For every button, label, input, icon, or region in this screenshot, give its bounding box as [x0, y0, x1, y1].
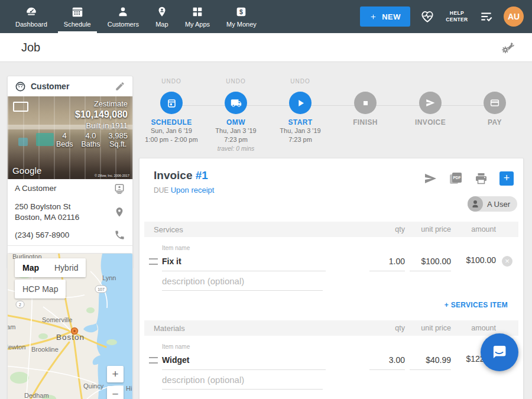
description-field[interactable]: description (optional) [162, 275, 323, 291]
finish-step-button[interactable] [354, 92, 377, 114]
due-value[interactable]: Upon receipt [171, 186, 215, 194]
nav-item-my-money[interactable]: $ My Money [218, 0, 265, 33]
description-field[interactable]: description (optional) [162, 374, 323, 390]
nav-item-map[interactable]: Map [147, 0, 177, 33]
qty-field[interactable]: 1.00 [369, 257, 405, 271]
timeline-step-start: UNDO START Thu, Jan 3 '19 7:23 pm [268, 78, 333, 144]
step-label[interactable]: PAY [462, 118, 527, 126]
pdf-icon[interactable]: PDF [449, 171, 463, 186]
step-label[interactable]: FINISH [333, 118, 398, 126]
map-button-hcp[interactable]: HCP Map [15, 280, 66, 299]
zestimate-value: $10,149,080 [56, 109, 128, 120]
customer-face-icon [15, 81, 26, 92]
schedule-step-button[interactable] [160, 92, 183, 114]
drag-handle[interactable] [144, 357, 162, 364]
pay-step-button[interactable] [484, 92, 506, 114]
customer-phone-row: (234) 567-8900 [8, 226, 132, 244]
nav-item-my-apps[interactable]: My Apps [177, 0, 218, 33]
timeline-step-finish: FINISH [333, 78, 398, 126]
add-services-item-link[interactable]: + SERVICES ITEM [445, 301, 508, 309]
nav-label: Dashboard [15, 21, 47, 28]
invoice-header: Invoice #1 DUE Upon receipt PDF + A User [140, 158, 523, 217]
image-frame-icon[interactable] [13, 102, 28, 112]
page-title-bar: Job [0, 33, 532, 62]
send-invoice-icon[interactable] [423, 171, 437, 186]
zillow-copyright: © Zillow, Inc. 2006-2017 [95, 174, 129, 177]
map-label-dedham: Dedham [24, 392, 49, 399]
timeline-step-schedule: UNDO SCHEDULE Sun, Jan 6 '19 1:00 pm - 2… [139, 78, 204, 144]
credit-card-icon [489, 98, 500, 108]
send-icon [425, 98, 436, 108]
service-line-item: Fix it 1.00 $100.00 $100.00 × [144, 251, 518, 271]
undo-button[interactable]: UNDO [139, 78, 204, 86]
unit-price-column-header: unit price [410, 324, 451, 332]
map-card: 93 107 2 Burlington Lynn Somerville ham … [7, 253, 133, 399]
step-label[interactable]: START [268, 118, 333, 126]
invoice-step-button[interactable] [419, 92, 442, 114]
new-button-label: NEW [382, 12, 401, 21]
nav-right: NEW HELP CENTER AU [360, 0, 532, 33]
route-shield-107: 107 [95, 286, 107, 293]
job-tools-icon[interactable] [500, 40, 515, 55]
schedule-icon [71, 5, 84, 18]
map-label-waltham: ham [8, 323, 15, 330]
qty-field[interactable]: 3.00 [369, 355, 405, 370]
truck-icon [231, 98, 242, 109]
nav-label: My Money [226, 21, 257, 28]
nav-item-schedule[interactable]: Schedule [56, 0, 99, 33]
map-button-hybrid[interactable]: Hybrid [47, 258, 86, 277]
new-button[interactable]: NEW [360, 7, 410, 27]
google-map[interactable]: 93 107 2 Burlington Lynn Somerville ham … [8, 254, 132, 399]
invoice-card: Invoice #1 DUE Upon receipt PDF + A User… [139, 158, 524, 399]
unit-price-field[interactable]: $100.00 [410, 257, 451, 271]
customer-phone: (234) 567-8900 [15, 230, 114, 241]
undo-button[interactable]: UNDO [268, 78, 333, 86]
start-step-button[interactable] [289, 92, 312, 114]
step-label[interactable]: INVOICE [398, 118, 463, 126]
nav-item-dashboard[interactable]: Dashboard [7, 0, 56, 33]
delete-item-button[interactable]: × [502, 256, 512, 267]
dashboard-icon [25, 5, 38, 18]
customer-card: Customer Zestimate $10,149,080 Built in … [7, 76, 133, 268]
item-name-field[interactable]: Fix it [162, 257, 326, 271]
step-date: Thu, Jan 3 '19 [268, 126, 333, 135]
photo-storefront-accent2 [18, 138, 28, 146]
map-label-lynn: Lynn [102, 274, 116, 281]
add-invoice-item-button[interactable]: + [499, 171, 514, 186]
calendar-icon [166, 98, 177, 109]
item-name-field[interactable]: Widget [162, 355, 326, 370]
stat-sqft: 3,985Sq.ft. [108, 131, 128, 148]
edit-pencil-icon[interactable] [115, 81, 125, 92]
map-zoom-out-button[interactable]: − [107, 386, 124, 399]
timeline-step-omw: UNDO OMW Thu, Jan 3 '19 7:23 pm travel: … [203, 78, 268, 153]
step-time: 7:23 pm [268, 135, 333, 144]
description-row: description (optional) [162, 374, 518, 390]
contact-card-icon[interactable] [113, 183, 125, 194]
map-button-map[interactable]: Map [15, 258, 47, 277]
chat-launcher-button[interactable] [481, 333, 518, 371]
zestimate-overlay: Zestimate $10,149,080 Built in 1911 4Bed… [56, 99, 128, 148]
unit-price-field[interactable]: $40.99 [410, 355, 451, 370]
assigned-user-pill[interactable]: A User [468, 196, 517, 212]
print-icon[interactable] [474, 171, 488, 186]
tasks-list-icon[interactable] [479, 9, 494, 24]
qty-column-header: qty [369, 324, 405, 332]
step-label[interactable]: OMW [203, 118, 268, 126]
drag-handle[interactable] [144, 258, 162, 265]
svg-text:2: 2 [19, 303, 21, 307]
map-zoom-in-button[interactable]: + [107, 366, 124, 382]
section-name: Materials [144, 324, 369, 333]
user-avatar[interactable]: AU [504, 7, 524, 27]
step-label[interactable]: SCHEDULE [139, 118, 204, 126]
health-heart-icon[interactable] [420, 9, 435, 24]
omw-step-button[interactable] [225, 92, 247, 114]
stat-beds: 4Beds [56, 131, 73, 148]
phone-icon[interactable] [114, 229, 125, 241]
nav-item-customers[interactable]: Customers [99, 0, 147, 33]
map-label-newton: Newton [8, 343, 25, 351]
help-center[interactable]: HELP CENTER [445, 10, 469, 23]
location-pin-icon[interactable] [113, 206, 125, 218]
undo-button[interactable]: UNDO [203, 78, 268, 86]
property-stats: 4Beds 4.0Baths 3,985Sq.ft. [56, 131, 128, 148]
step-date: Thu, Jan 3 '19 [203, 126, 268, 135]
